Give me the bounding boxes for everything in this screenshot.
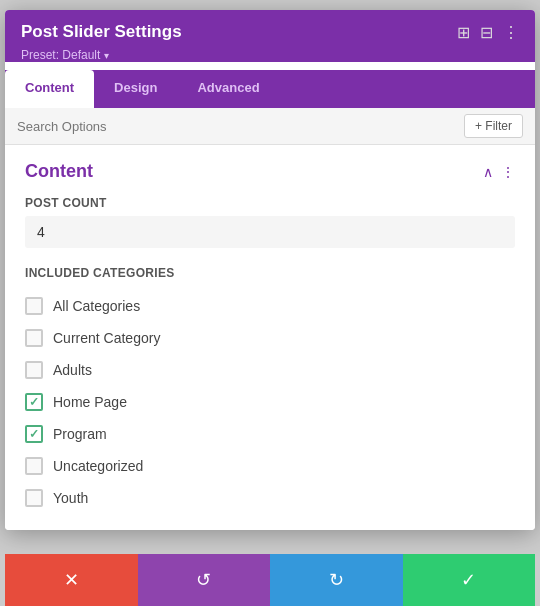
expand-icon[interactable]: ⊞ [457,23,470,42]
category-checkbox-adults[interactable] [25,361,43,379]
modal-header: Post Slider Settings ⊞ ⊟ ⋮ Preset: Defau… [5,10,535,62]
tab-advanced[interactable]: Advanced [177,70,279,108]
category-checkbox-homepage[interactable] [25,393,43,411]
search-input[interactable] [17,119,456,134]
undo-icon: ↺ [196,569,211,591]
preset-chevron-icon: ▾ [104,50,109,61]
category-name-youth: Youth [53,490,88,506]
categories-label: Included Categories [25,266,515,280]
category-item-youth[interactable]: Youth [25,482,515,514]
modal-title: Post Slider Settings [21,22,182,42]
section-title: Content [25,161,93,182]
category-item-uncategorized[interactable]: Uncategorized [25,450,515,482]
undo-button[interactable]: ↺ [138,554,271,606]
category-name-all: All Categories [53,298,140,314]
category-item-adults[interactable]: Adults [25,354,515,386]
included-categories-section: Included Categories All Categories Curre… [25,266,515,514]
title-row: Post Slider Settings ⊞ ⊟ ⋮ [21,22,519,42]
search-bar: + Filter [5,108,535,145]
bottom-bar: ✕ ↺ ↻ ✓ [5,554,535,606]
columns-icon[interactable]: ⊟ [480,23,493,42]
category-name-current: Current Category [53,330,160,346]
preset-label: Preset: Default [21,48,100,62]
modal-container: Post Slider Settings ⊞ ⊟ ⋮ Preset: Defau… [5,10,535,530]
confirm-icon: ✓ [461,569,476,591]
category-name-uncategorized: Uncategorized [53,458,143,474]
post-count-input[interactable] [25,216,515,248]
filter-button[interactable]: + Filter [464,114,523,138]
cancel-icon: ✕ [64,569,79,591]
redo-icon: ↻ [329,569,344,591]
confirm-button[interactable]: ✓ [403,554,536,606]
more-icon[interactable]: ⋮ [503,23,519,42]
post-count-label: Post Count [25,196,515,210]
title-icons: ⊞ ⊟ ⋮ [457,23,519,42]
category-checkbox-all[interactable] [25,297,43,315]
category-checkbox-youth[interactable] [25,489,43,507]
cancel-button[interactable]: ✕ [5,554,138,606]
tabs-bar: Content Design Advanced [5,70,535,108]
category-checkbox-uncategorized[interactable] [25,457,43,475]
redo-button[interactable]: ↻ [270,554,403,606]
section-more-icon[interactable]: ⋮ [501,164,515,180]
category-name-homepage: Home Page [53,394,127,410]
category-checkbox-current[interactable] [25,329,43,347]
tab-content[interactable]: Content [5,70,94,108]
category-name-adults: Adults [53,362,92,378]
category-item-homepage[interactable]: Home Page [25,386,515,418]
preset-row[interactable]: Preset: Default ▾ [21,48,519,62]
category-item-all[interactable]: All Categories [25,290,515,322]
category-checkbox-program[interactable] [25,425,43,443]
section-controls: ∧ ⋮ [483,164,515,180]
category-name-program: Program [53,426,107,442]
content-area: Content ∧ ⋮ Post Count Included Categori… [5,145,535,530]
post-count-field: Post Count [25,196,515,266]
category-item-program[interactable]: Program [25,418,515,450]
section-header: Content ∧ ⋮ [25,161,515,182]
tab-design[interactable]: Design [94,70,177,108]
category-item-current[interactable]: Current Category [25,322,515,354]
collapse-icon[interactable]: ∧ [483,164,493,180]
